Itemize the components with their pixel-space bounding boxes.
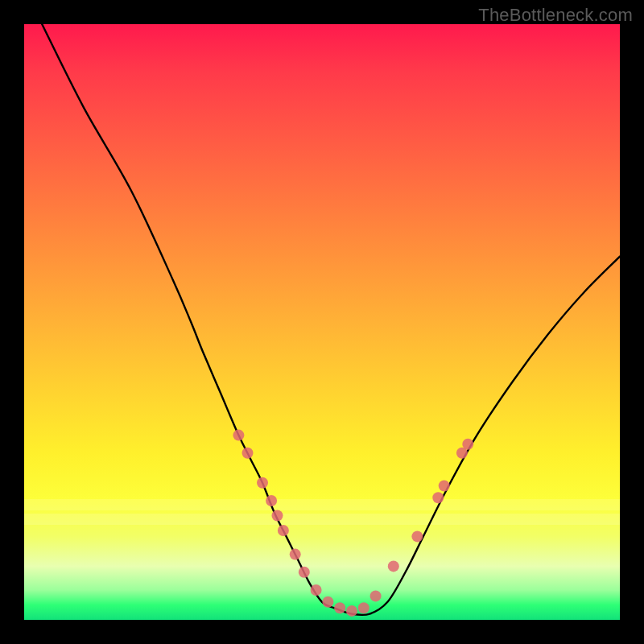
curve-markers: [233, 430, 473, 617]
curve-marker: [311, 584, 322, 596]
watermark-text: TheBottleneck.com: [478, 5, 633, 26]
curve-marker: [334, 602, 345, 613]
curve-marker: [257, 477, 268, 489]
plot-area: [24, 24, 620, 620]
curve-marker: [370, 590, 382, 601]
curve-marker: [346, 605, 357, 617]
curve-svg: [24, 24, 620, 620]
chart-stage: TheBottleneck.com: [0, 0, 644, 644]
curve-marker: [266, 495, 277, 506]
curve-marker: [411, 530, 423, 542]
curve-marker: [233, 430, 244, 441]
curve-marker: [388, 560, 399, 572]
curve-marker: [322, 597, 333, 608]
bottleneck-curve: [42, 24, 620, 615]
curve-marker: [242, 448, 254, 459]
curve-marker: [299, 567, 310, 578]
curve-marker: [278, 525, 289, 536]
curve-marker: [290, 549, 301, 560]
curve-marker: [272, 510, 283, 522]
curve-marker: [432, 492, 444, 503]
curve-marker: [439, 481, 450, 492]
curve-marker: [462, 439, 473, 450]
curve-marker: [358, 602, 369, 613]
